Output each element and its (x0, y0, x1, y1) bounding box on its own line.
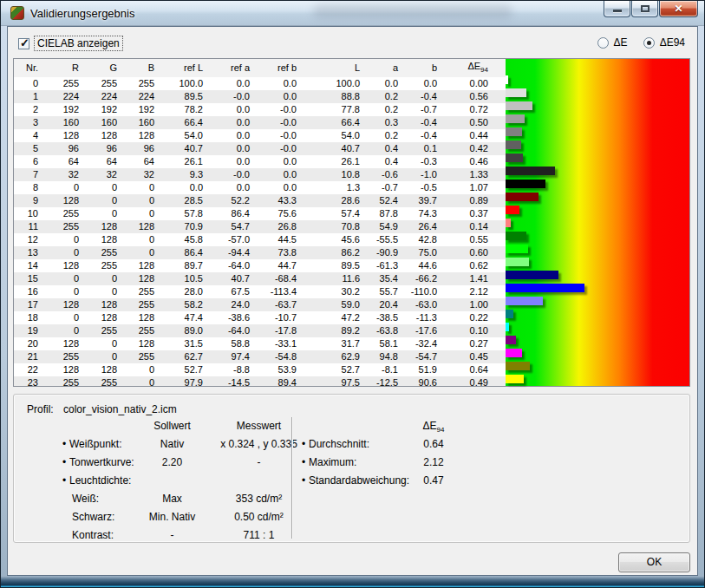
cell: 3 (14, 116, 45, 129)
delta-e-bar (506, 323, 509, 331)
cell: 89.7 (161, 259, 210, 272)
cell: 31.5 (161, 337, 210, 350)
table-row: 23255255097.9-14.589.497.5-12.590.60.49 (14, 376, 506, 386)
minimize-button[interactable] (604, 1, 630, 17)
profile-row-label: •Tonwertkurve: (62, 454, 135, 472)
cell: 40.7 (161, 142, 210, 155)
cell: 0.37 (444, 207, 506, 220)
table-row: 120128045.8-57.044.545.6-55.542.80.55 (14, 233, 506, 246)
dialog-client-area: ✓ CIELAB anzeigen ΔE ΔE94 Nr.RGBref Lref… (7, 26, 698, 576)
cell: -54.7 (405, 350, 444, 363)
cell: 26.8 (257, 220, 304, 233)
cell: 0.0 (210, 77, 257, 90)
cell: 90.6 (405, 376, 444, 386)
cell: 128 (45, 259, 86, 272)
checkmark-icon: ✓ (20, 36, 29, 49)
stat-value: 0.64 (408, 435, 460, 454)
cell: 255 (45, 350, 86, 363)
delta-e-bar (506, 114, 525, 123)
cell: 192 (45, 103, 86, 116)
titlebar[interactable]: Validierungsergebnis ✕ (1, 1, 704, 26)
cell: 64 (124, 155, 161, 168)
column-header: a (367, 59, 405, 77)
cell: 54.7 (210, 220, 257, 233)
table-row: 18012812847.4-38.6-10.747.2-38.5-11.30.2… (14, 311, 506, 324)
cell: 128 (45, 298, 86, 311)
cell: 0.89 (444, 194, 506, 207)
cell: 6 (14, 155, 45, 168)
cell: 16 (14, 285, 45, 298)
radio-delta-e94[interactable] (643, 37, 655, 49)
cell: 0.00 (444, 77, 506, 90)
vertical-divider (291, 417, 292, 539)
delta-e-bar (506, 140, 521, 149)
cell: 0 (45, 233, 86, 246)
delta-e-bar (506, 245, 528, 253)
cell: -12.5 (367, 376, 405, 386)
cell: 0 (14, 77, 45, 90)
cell: 1 (14, 90, 45, 103)
delta-e-bar (506, 284, 584, 292)
delta-e-bar (506, 336, 516, 344)
cell: 0 (86, 285, 124, 298)
cell: 57.4 (304, 207, 367, 220)
cielab-checkbox-group[interactable]: ✓ CIELAB anzeigen (18, 36, 122, 50)
app-icon (10, 6, 24, 20)
cell: 0 (124, 246, 161, 259)
cell: -1.0 (405, 168, 444, 181)
cell: 0.3 (367, 116, 405, 129)
cell: 54.9 (367, 220, 405, 233)
table-header-row: Nr.RGBref Lref aref bLabΔE94 (14, 59, 506, 77)
cell: -0.5 (405, 181, 444, 194)
dialog-window: Validierungsergebnis ✕ ✓ CIELAB anzeigen… (0, 0, 705, 588)
cell: 30.2 (304, 285, 367, 298)
cell: 15 (14, 272, 45, 285)
cell: -68.4 (257, 272, 304, 285)
cell: 7 (14, 168, 45, 181)
cell: 75.0 (405, 246, 444, 259)
cell: 20 (14, 337, 45, 350)
profile-row-label: •Leuchtdichte: (62, 472, 135, 490)
cell: 0.0 (210, 181, 257, 194)
cell: 12 (14, 233, 45, 246)
cell: 89.4 (257, 376, 304, 386)
cell: 28.0 (161, 285, 210, 298)
cell: 67.5 (210, 285, 257, 298)
cell: 2 (14, 103, 45, 116)
cell: 1.00 (444, 298, 506, 311)
delta-e-bar (506, 297, 543, 305)
cell: -38.5 (367, 311, 405, 324)
cell: 128 (124, 259, 161, 272)
stat-value: 2.12 (408, 454, 460, 472)
cell: 0.64 (444, 363, 506, 376)
delta-e-bar (506, 154, 523, 162)
delta-e-bar (506, 219, 511, 227)
cell: -0.0 (257, 103, 304, 116)
cell: 89.0 (161, 324, 210, 337)
cell: -63.7 (257, 298, 304, 311)
column-header: G (86, 59, 124, 77)
radio-delta-e-label[interactable]: ΔE (614, 36, 628, 49)
radio-delta-e94-label[interactable]: ΔE94 (660, 36, 685, 49)
messwert-value: x 0.324 , y 0.335 (209, 435, 309, 454)
cell: 0.0 (257, 155, 304, 168)
bullet-icon: • (62, 454, 69, 472)
cell: -55.5 (367, 233, 405, 246)
cell: 0.2 (367, 129, 405, 142)
cell: 66.4 (161, 116, 210, 129)
window-frame-left (1, 26, 7, 576)
delta-e-bar (506, 180, 545, 188)
cielab-checkbox[interactable]: ✓ (18, 38, 29, 49)
cell: 0.0 (210, 116, 257, 129)
table-row: 91280028.552.243.328.652.439.70.89 (14, 194, 506, 207)
stat-label: •Durchschnitt: (302, 435, 408, 454)
cell: 44.5 (257, 233, 304, 246)
cell: 0.0 (257, 77, 304, 90)
close-button[interactable]: ✕ (659, 1, 698, 17)
ok-button[interactable]: OK (618, 552, 690, 572)
radio-delta-e[interactable] (597, 37, 609, 49)
maximize-button[interactable] (631, 1, 658, 17)
sollwert-value: Min. Nativ (135, 508, 209, 526)
cell: 58.2 (161, 298, 210, 311)
cielab-checkbox-label[interactable]: CIELAB anzeigen (35, 36, 122, 50)
